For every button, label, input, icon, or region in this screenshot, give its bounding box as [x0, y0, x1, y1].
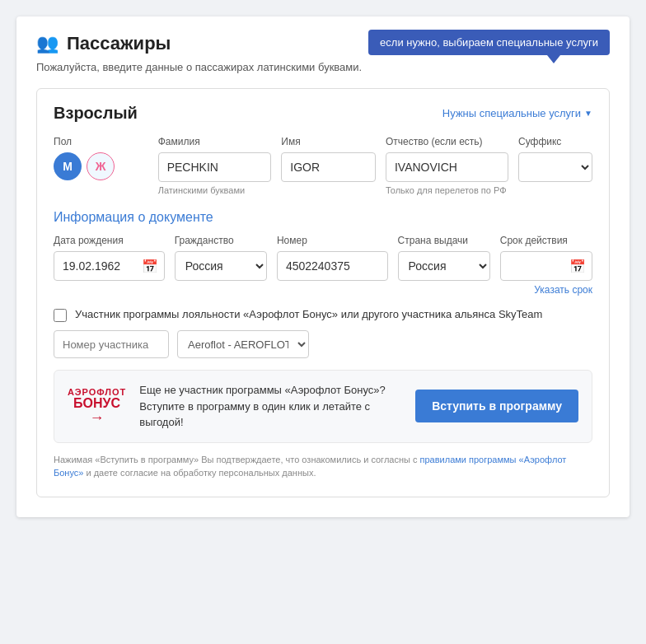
chevron-down-icon: ▼	[584, 109, 592, 118]
passenger-type: Взрослый	[54, 104, 138, 123]
last-name-hint: Латинскими буквами	[158, 185, 272, 195]
loyalty-inputs-row: Aeroflot - AEROFLOT	[54, 330, 592, 358]
suffix-group: Суффикс Jr Sr	[518, 136, 592, 182]
main-container: если нужно, выбираем специальные услуги …	[16, 16, 630, 517]
first-name-input[interactable]	[281, 152, 376, 182]
special-services-callout: если нужно, выбираем специальные услуги	[368, 30, 610, 55]
page-subtitle: Пожалуйста, введите данные о пассажирах …	[36, 61, 610, 73]
gender-buttons: М Ж	[54, 152, 148, 180]
indicate-expiry-link[interactable]: Указать срок	[500, 284, 592, 296]
issue-country-label: Страна выдачи	[398, 235, 490, 246]
first-name-label: Имя	[281, 136, 376, 147]
gender-group: Пол М Ж	[54, 136, 148, 180]
bonus-logo-bottom: БОНУС	[73, 397, 120, 410]
issue-country-group: Страна выдачи Россия	[398, 235, 490, 281]
middle-name-group: Отчество (если есть) Только для перелето…	[386, 136, 508, 195]
page-title: Пассажиры	[67, 33, 171, 54]
special-services-link[interactable]: Нужны специальные услуги ▼	[442, 107, 592, 119]
suffix-label: Суффикс	[518, 136, 592, 147]
callout-text: если нужно, выбираем специальные услуги	[380, 36, 598, 49]
birth-date-wrapper: 📅	[54, 251, 165, 281]
citizenship-label: Гражданство	[175, 235, 267, 246]
bonus-banner: АЭРОФЛОТ БОНУС → Еще не участник програм…	[54, 370, 592, 443]
loyalty-label: Участник программы лояльности «Аэрофлот …	[75, 307, 542, 322]
citizenship-group: Гражданство Россия	[175, 235, 267, 281]
last-name-group: Фамилия Латинскими буквами	[158, 136, 272, 195]
last-name-input[interactable]	[158, 152, 272, 182]
join-program-button[interactable]: Вступить в программу	[415, 390, 578, 422]
expiry-wrapper: 📅	[500, 251, 592, 281]
bonus-logo: АЭРОФЛОТ БОНУС →	[68, 387, 126, 425]
passengers-icon: 👥	[36, 33, 59, 54]
expiry-group: Срок действия 📅 Указать срок	[500, 235, 592, 296]
gender-female-button[interactable]: Ж	[87, 152, 115, 180]
passenger-card-header: Взрослый Нужны специальные услуги ▼	[54, 104, 592, 123]
issue-country-select[interactable]: Россия	[398, 251, 490, 281]
doc-section-title: Информация о документе	[54, 210, 592, 225]
gender-male-button[interactable]: М	[54, 152, 82, 180]
doc-number-group: Номер	[277, 235, 388, 281]
doc-number-input[interactable]	[277, 251, 388, 281]
doc-fields-row: Дата рождения 📅 Гражданство Россия Номер	[54, 235, 592, 296]
footer-note: Нажимая «Вступить в программу» Вы подтве…	[54, 453, 592, 480]
aeroflot-airline-select[interactable]: Aeroflot - AEROFLOT	[177, 330, 309, 358]
gender-label: Пол	[54, 136, 148, 147]
middle-name-hint: Только для перелетов по РФ	[386, 185, 508, 195]
loyalty-number-input[interactable]	[54, 330, 169, 358]
doc-number-label: Номер	[277, 235, 388, 246]
loyalty-row: Участник программы лояльности «Аэрофлот …	[54, 307, 592, 322]
first-name-group: Имя	[281, 136, 376, 182]
suffix-select[interactable]: Jr Sr	[518, 152, 592, 182]
middle-name-label: Отчество (если есть)	[386, 136, 508, 147]
expiry-input[interactable]	[500, 251, 592, 281]
name-fields-row: Пол М Ж Фамилия Латинскими буквами Имя О…	[54, 136, 592, 195]
bonus-text: Еще не участник программы «Аэрофлот Бону…	[139, 382, 402, 431]
birth-date-input[interactable]	[54, 251, 165, 281]
expiry-label: Срок действия	[500, 235, 592, 246]
loyalty-checkbox[interactable]	[54, 309, 67, 322]
last-name-label: Фамилия	[158, 136, 272, 147]
middle-name-input[interactable]	[386, 152, 508, 182]
citizenship-select[interactable]: Россия	[175, 251, 267, 281]
passenger-card: Взрослый Нужны специальные услуги ▼ Пол …	[36, 88, 610, 497]
birth-date-label: Дата рождения	[54, 235, 165, 246]
birth-date-group: Дата рождения 📅	[54, 235, 165, 281]
bonus-logo-arrow-icon: →	[90, 410, 105, 425]
